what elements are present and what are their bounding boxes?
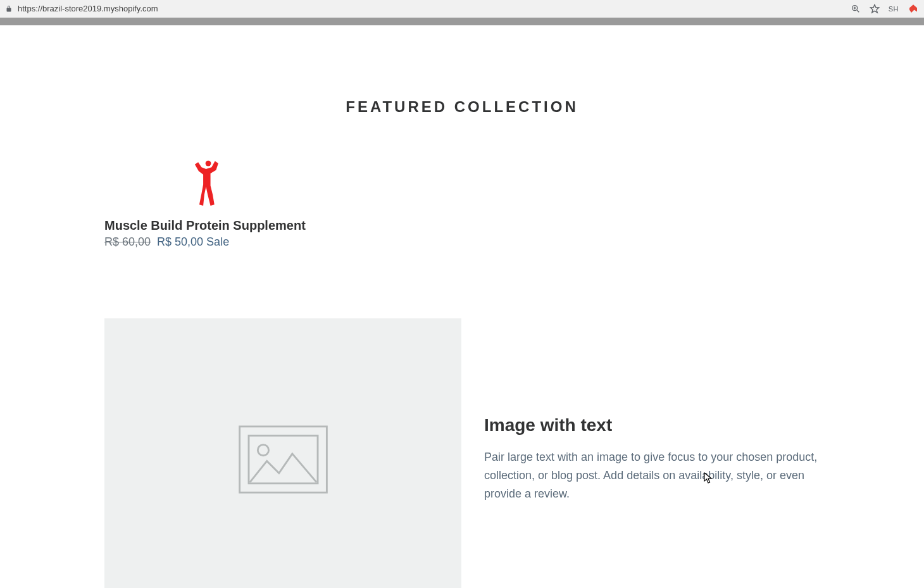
product-title: Muscle Build Protein Supplement (104, 218, 307, 233)
zoom-icon[interactable] (851, 4, 861, 14)
image-text-body: Pair large text with an image to give fo… (484, 448, 820, 503)
image-with-text-section: Image with text Pair large text with an … (104, 318, 820, 588)
text-column: Image with text Pair large text with an … (484, 318, 820, 588)
image-text-heading: Image with text (484, 415, 820, 435)
svg-line-1 (857, 10, 859, 12)
bodybuilder-icon (189, 159, 223, 206)
top-announcement-bar (0, 18, 924, 25)
extension-icon[interactable] (908, 3, 919, 15)
url-text: https://brazil-store2019.myshopify.com (18, 4, 158, 13)
browser-address-bar: https://brazil-store2019.myshopify.com S… (0, 0, 924, 18)
svg-point-8 (258, 444, 268, 455)
bookmark-star-icon[interactable] (870, 4, 880, 14)
svg-rect-7 (248, 435, 317, 484)
image-placeholder-icon (237, 425, 329, 494)
product-price: R$ 60,00 R$ 50,00 Sale (104, 235, 307, 249)
browser-user-badge[interactable]: SH (889, 5, 899, 13)
section-title: FEATURED COLLECTION (0, 98, 924, 116)
price-sale: R$ 50,00 Sale (157, 235, 229, 249)
svg-point-5 (205, 160, 211, 166)
lock-icon (5, 5, 13, 13)
product-image (104, 154, 307, 211)
browser-actions: SH (851, 3, 919, 15)
featured-collection: Muscle Build Protein Supplement R$ 60,00… (104, 116, 820, 249)
page-content: FEATURED COLLECTION Muscle Build Protein… (0, 25, 924, 588)
price-compare: R$ 60,00 (104, 235, 151, 249)
svg-marker-4 (870, 4, 878, 13)
placeholder-image (104, 318, 461, 588)
product-card[interactable]: Muscle Build Protein Supplement R$ 60,00… (104, 154, 307, 249)
url-box[interactable]: https://brazil-store2019.myshopify.com (5, 4, 851, 13)
